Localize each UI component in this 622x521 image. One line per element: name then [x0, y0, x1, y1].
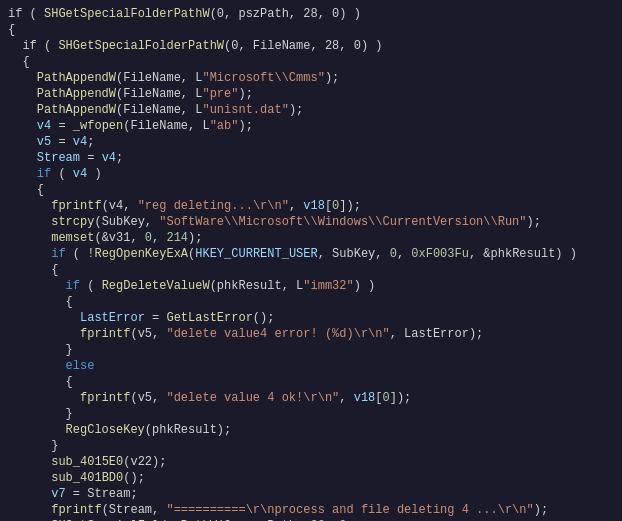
code-line: v7 = Stream; [0, 486, 622, 502]
code-line: PathAppendW(FileName, L"Microsoft\\Cmms"… [0, 70, 622, 86]
code-line: PathAppendW(FileName, L"pre"); [0, 86, 622, 102]
code-line: v4 = _wfopen(FileName, L"ab"); [0, 118, 622, 134]
code-line: } [0, 406, 622, 422]
code-line: { [0, 182, 622, 198]
code-line: { [0, 262, 622, 278]
code-line: if ( SHGetSpecialFolderPathW(0, FileName… [0, 38, 622, 54]
code-line: fprintf(Stream, "==========\r\nprocess a… [0, 502, 622, 518]
code-line: memset(&v31, 0, 214); [0, 230, 622, 246]
code-line: sub_401BD0(); [0, 470, 622, 486]
code-line: Stream = v4; [0, 150, 622, 166]
code-line: sub_4015E0(v22); [0, 454, 622, 470]
code-line: strcpy(SubKey, "SoftWare\\Microsoft\\Win… [0, 214, 622, 230]
code-line: if ( !RegOpenKeyExA(HKEY_CURRENT_USER, S… [0, 246, 622, 262]
code-line: RegCloseKey(phkResult); [0, 422, 622, 438]
code-line: v5 = v4; [0, 134, 622, 150]
code-line: if ( v4 ) [0, 166, 622, 182]
code-line: } [0, 438, 622, 454]
code-line: { [0, 22, 622, 38]
code-line: { [0, 374, 622, 390]
code-line: { [0, 54, 622, 70]
code-line: LastError = GetLastError(); [0, 310, 622, 326]
code-line: fprintf(v5, "delete value4 error! (%d)\r… [0, 326, 622, 342]
code-line: if ( SHGetSpecialFolderPathW(0, pszPath,… [0, 6, 622, 22]
code-line: fprintf(v5, "delete value 4 ok!\r\n", v1… [0, 390, 622, 406]
code-line: if ( RegDeleteValueW(phkResult, L"imm32"… [0, 278, 622, 294]
code-line: PathAppendW(FileName, L"unisnt.dat"); [0, 102, 622, 118]
code-editor: if ( SHGetSpecialFolderPathW(0, pszPath,… [0, 0, 622, 521]
code-line: else [0, 358, 622, 374]
code-line: } [0, 342, 622, 358]
code-line: { [0, 294, 622, 310]
code-line: fprintf(v4, "reg deleting...\r\n", v18[0… [0, 198, 622, 214]
